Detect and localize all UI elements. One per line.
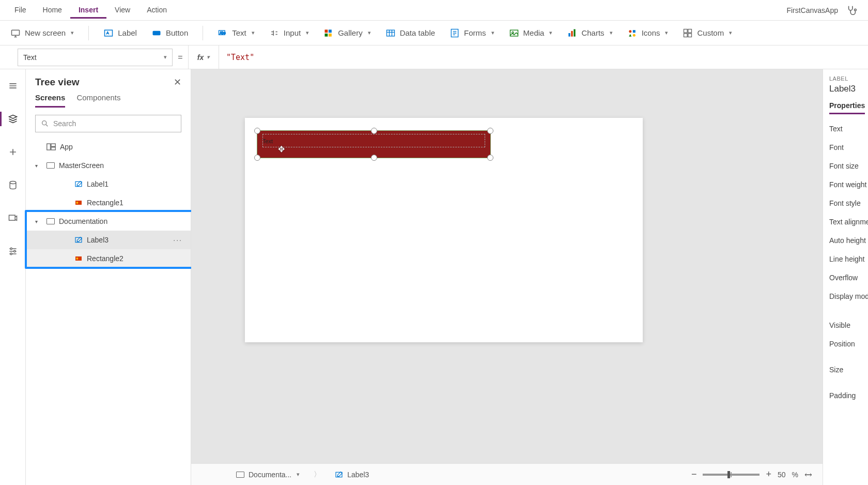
resize-handle-tl[interactable] — [254, 128, 260, 134]
search-input[interactable]: Search — [35, 115, 181, 132]
tree-row-app[interactable]: App — [26, 138, 191, 156]
tree-row-documentation[interactable]: ▾ Documentation — [26, 212, 191, 231]
prop-position[interactable]: Position — [829, 335, 868, 353]
chevron-down-icon[interactable]: ▾ — [35, 163, 42, 169]
tree-row-label: MasterScreen — [59, 161, 104, 170]
menu-home[interactable]: Home — [35, 2, 70, 19]
formula-input[interactable]: "Text" — [219, 46, 868, 69]
rectangle-icon — [74, 254, 83, 263]
ribbon-label[interactable]: Label — [103, 28, 137, 38]
prop-visible[interactable]: Visible — [829, 316, 868, 335]
zoom-out-button[interactable]: − — [691, 469, 697, 480]
resize-handle-tr[interactable] — [487, 128, 493, 134]
svg-point-24 — [10, 181, 16, 184]
app-checker-icon[interactable] — [846, 5, 858, 16]
control-name[interactable]: Label3 — [829, 84, 868, 94]
prop-size[interactable]: Size — [829, 360, 868, 379]
zoom-unit: % — [792, 471, 798, 479]
rectangle-icon — [74, 199, 83, 207]
ribbon-input[interactable]: Input ▾ — [269, 28, 309, 38]
zoom-slider[interactable] — [703, 474, 760, 476]
resize-handle-bl[interactable] — [254, 155, 260, 161]
ribbon-gallery-label: Gallery — [338, 28, 363, 37]
menu-action[interactable]: Action — [138, 2, 175, 19]
ribbon-charts[interactable]: Charts ▾ — [567, 28, 612, 38]
prop-font-style[interactable]: Font style — [829, 194, 868, 213]
ribbon-custom[interactable]: Custom ▾ — [683, 28, 732, 38]
tree-row-masterscreen[interactable]: ▾ MasterScreen — [26, 156, 191, 175]
chevron-down-icon: ▾ — [491, 29, 494, 36]
tab-screens[interactable]: Screens — [35, 93, 65, 108]
svg-point-0 — [855, 9, 857, 11]
prop-font-size[interactable]: Font size — [829, 157, 868, 175]
chevron-down-icon: ▾ — [368, 29, 371, 36]
rail-insert[interactable] — [5, 144, 21, 160]
rail-media[interactable] — [5, 210, 21, 226]
breadcrumb-screen[interactable]: Documenta... ▾ — [230, 468, 305, 481]
prop-font-weight[interactable]: Font weight — [829, 175, 868, 194]
zoom-value: 50 — [778, 471, 786, 479]
close-icon[interactable]: ✕ — [174, 77, 181, 88]
prop-line-height[interactable]: Line height — [829, 250, 868, 268]
tree-row-label1[interactable]: Label1 — [26, 175, 191, 193]
breadcrumb-control-label: Label3 — [347, 471, 369, 479]
selected-control-label3[interactable]: Text ✥ — [257, 130, 491, 158]
tree-row-rectangle2[interactable]: Rectangle2 — [26, 249, 191, 268]
svg-point-19 — [632, 34, 635, 36]
prop-padding[interactable]: Padding — [829, 386, 868, 405]
tree-row-label3[interactable]: Label3 ··· — [26, 231, 191, 249]
fit-to-window-icon[interactable]: ⤢ — [801, 467, 815, 481]
ribbon-button[interactable]: Button — [151, 28, 188, 38]
tab-properties[interactable]: Properties — [829, 101, 865, 114]
ribbon-text[interactable]: Abc Text ▾ — [218, 28, 255, 38]
ribbon-custom-label: Custom — [697, 28, 724, 37]
svg-point-35 — [76, 202, 78, 204]
breadcrumb-screen-label: Documenta... — [249, 471, 291, 479]
app-icon — [47, 143, 56, 150]
svg-rect-32 — [51, 147, 55, 150]
ribbon-gallery[interactable]: Gallery ▾ — [323, 28, 371, 38]
rail-data[interactable] — [5, 177, 21, 193]
label-text: Text — [262, 138, 273, 144]
property-selector[interactable]: Text ▾ — [18, 49, 173, 66]
ribbon-icons[interactable]: Icons ▾ — [627, 28, 669, 38]
breadcrumb-control[interactable]: Label3 — [329, 468, 375, 481]
prop-auto-height[interactable]: Auto height — [829, 231, 868, 250]
zoom-slider-thumb[interactable] — [727, 471, 730, 478]
ribbon-button-text: Button — [166, 28, 188, 37]
tree-view-tabs: Screens Components — [26, 93, 191, 108]
canvas-area[interactable]: Text ✥ Documenta... ▾ 〉 Label3 — [191, 69, 823, 485]
resize-handle-br[interactable] — [487, 155, 493, 161]
chevron-down-icon: ▾ — [665, 29, 668, 36]
rail-tree-view[interactable] — [5, 111, 21, 127]
prop-overflow[interactable]: Overflow — [829, 268, 868, 287]
svg-rect-9 — [329, 33, 332, 36]
rail-advanced-tools[interactable] — [5, 243, 21, 260]
rail-hamburger[interactable] — [5, 78, 21, 94]
prop-display-mode[interactable]: Display mode — [829, 287, 868, 306]
resize-handle-tm[interactable] — [371, 128, 377, 134]
tree-row-rectangle1[interactable]: Rectangle1 — [26, 193, 191, 212]
ribbon-media[interactable]: Media ▾ — [509, 28, 553, 38]
more-icon[interactable]: ··· — [173, 236, 182, 244]
chevron-down-icon[interactable]: ▾ — [35, 219, 42, 224]
fx-button[interactable]: fx ▾ — [188, 46, 219, 69]
svg-rect-15 — [571, 31, 573, 36]
prop-font[interactable]: Font — [829, 138, 868, 157]
prop-text-align[interactable]: Text alignment — [829, 213, 868, 231]
canvas-screen[interactable]: Text ✥ — [245, 118, 643, 342]
menu-file[interactable]: File — [6, 2, 35, 19]
ribbon-datatable[interactable]: Data table — [385, 28, 435, 38]
ribbon-datatable-label: Data table — [400, 28, 435, 37]
zoom-in-button[interactable]: + — [766, 469, 771, 480]
menu-insert[interactable]: Insert — [70, 2, 106, 19]
chevron-down-icon: ▾ — [297, 471, 300, 478]
tab-components[interactable]: Components — [76, 93, 120, 108]
menubar: File Home Insert View Action FirstCanvas… — [0, 0, 868, 21]
ribbon-new-screen[interactable]: New screen ▾ — [10, 28, 74, 38]
ribbon-forms[interactable]: Forms ▾ — [450, 28, 494, 38]
prop-text[interactable]: Text — [829, 119, 868, 138]
chevron-down-icon: ▾ — [71, 29, 74, 36]
menu-view[interactable]: View — [106, 2, 138, 19]
resize-handle-bm[interactable] — [371, 155, 377, 161]
